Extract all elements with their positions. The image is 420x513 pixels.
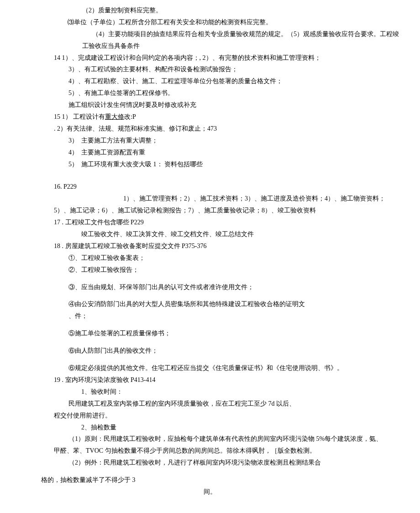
text-line: 竣工验收文件、竣工决算文件、竣工交档文件、竣工总结文件 bbox=[14, 228, 406, 240]
text-line: （4）主要功能项目的抽查结果应符合相关专业质量验收规范的规定。（5）观感质量验收… bbox=[14, 28, 406, 40]
text-line: ①、工程竣工验收备案表； bbox=[14, 252, 406, 264]
text-line: （2）例外：民用建筑工程验收时，凡进行了样板间室内环境污染物浓度检测且检测结果合 bbox=[14, 457, 406, 469]
text-line: 2、抽检数量 bbox=[14, 422, 406, 434]
text-line: 4）、有工程勘察、设计、施工、工程监理等单位分包签署的质量合格文件； bbox=[14, 75, 406, 87]
text-line: ⑥规定必须提供的其他文件。住宅工程还应当提交《住宅质量保证书》和《住宅使用说明、… bbox=[14, 362, 406, 374]
text-line: 甲醛、苯、TVOC 匀抽检数量不得少于房间总数的间房间总。筛徐木得飒肘，［版全数… bbox=[14, 445, 406, 457]
text-line: 施工组织设计发生何情况时要及时修改或补充 bbox=[14, 99, 406, 111]
text-span: 改:P bbox=[124, 113, 136, 120]
text-line: 5） 施工环境有重大改变大吸 1： 资料包括哪些 bbox=[14, 159, 406, 170]
text-line: 4） 主要施工资源配置有重 bbox=[14, 147, 406, 159]
text-line: ②、工程竣工验收报告； bbox=[14, 264, 406, 276]
text-line: 间。 bbox=[14, 486, 406, 498]
text-line: 17 . 工程竣工文件包含哪些 P229 bbox=[14, 217, 406, 228]
text-line: . 2）有关法律、法规、规范和标准实施、修订和废止；473 bbox=[14, 123, 406, 135]
text-line: （2）质量控制资料应完整。 bbox=[14, 5, 406, 16]
text-line: 1、验收时间： bbox=[14, 386, 406, 398]
text-line: 18 . 房屋建筑工程竣工验收备案时应提交文件 P375-376 bbox=[14, 240, 406, 252]
text-line: ⑥由人防部门出具的验收文件； bbox=[14, 345, 406, 357]
text-line: 5）、施工记录；6）、施工试验记录检测报告；7）、施工质量验收记录；8）、竣工验… bbox=[14, 205, 406, 217]
text-line: 19 . 室内环境污染浓度验收 P413-414 bbox=[14, 374, 406, 386]
underline-text: 重大修 bbox=[105, 113, 124, 120]
text-line: 程交付使用前进行。 bbox=[14, 410, 406, 422]
text-line: 16. P229 bbox=[14, 181, 406, 193]
text-span: 15 1） 工程设计有 bbox=[54, 113, 105, 120]
text-line: ⑶单位（子单位）工程所含分部工程有关安全和功能的检测资料应完整。 bbox=[14, 16, 406, 28]
text-line: 14 1）、完成建设工程设计和合同约定的各项内容；, 2）、有完整的技术资料和施… bbox=[14, 52, 406, 64]
text-line: 民用建筑工程及室内装修工程的室内环境质量验收，应在工程完工至少 7d 以后、 bbox=[14, 398, 406, 410]
text-line: 格的，抽检数量减半了不得少于 3 bbox=[14, 474, 406, 486]
text-line: （1）原则：民用建筑工程验收时，应抽检每个建筑单体有代表性的房间室内环境污染物 … bbox=[14, 433, 406, 445]
text-line: ④由公安消防部门出具的对大型人员密集场所和其他特殊建设工程验收合格的证明文 bbox=[14, 298, 406, 310]
text-line: 1）、施工管理资料；2）、施工技术资料；3）、施工进度及造价资料；4）、施工物资… bbox=[14, 193, 406, 205]
text-line: 5）、有施工单位签署的工程保修书。 bbox=[14, 87, 406, 99]
text-line: ⑤施工单位签署的工程质量保修书； bbox=[14, 328, 406, 339]
text-line: 、件； bbox=[14, 310, 406, 322]
text-line: 3） 主要施工方法有重大调整； bbox=[14, 135, 406, 147]
text-line: ③、应当由规划、环保等部门出具的认可文件或者准许使用文件； bbox=[14, 281, 406, 293]
text-line: 3）、有工程试验的主要材料、构配件和设备检测试验报告； bbox=[14, 63, 406, 75]
text-line: 15 1） 工程设计有重大修改:P bbox=[14, 111, 406, 123]
text-line: 工验收应当具备条件 bbox=[14, 40, 406, 52]
